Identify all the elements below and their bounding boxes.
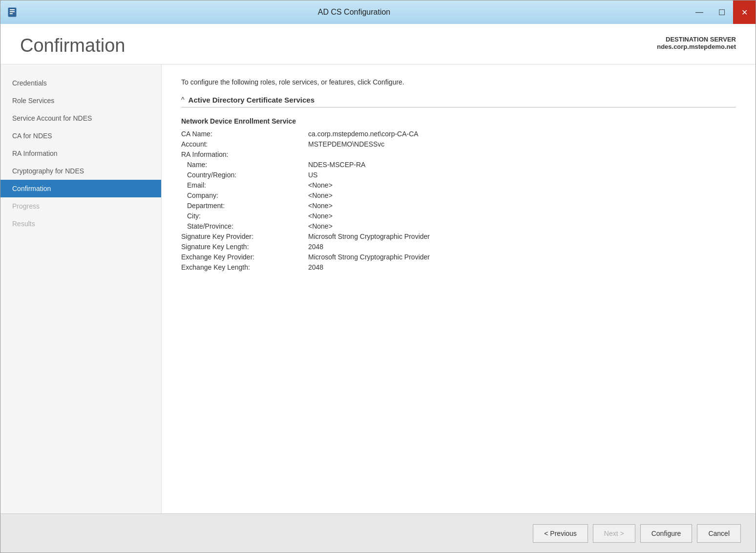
minimize-button[interactable]: — [688, 0, 711, 24]
content-panel: To configure the following roles, role s… [162, 64, 756, 513]
label-country: Country/Region: [181, 171, 308, 179]
section-header: ^ Active Directory Certificate Services [181, 96, 736, 104]
value-exch-key-length: 2048 [308, 263, 323, 271]
main-area: Confirmation DESTINATION SERVER ndes.cor… [0, 24, 756, 553]
info-row-ra-label: RA Information: [181, 150, 736, 158]
info-row-exch-key-provider: Exchange Key Provider: Microsoft Strong … [181, 253, 736, 261]
svg-rect-3 [10, 13, 13, 14]
previous-button[interactable]: < Previous [533, 524, 588, 543]
value-city: <None> [308, 212, 333, 220]
label-exch-key-length: Exchange Key Length: [181, 263, 308, 271]
label-department: Department: [181, 202, 308, 210]
destination-value: ndes.corp.mstepdemo.net [657, 43, 736, 50]
label-ca-name: CA Name: [181, 130, 308, 138]
info-row-email: Email: <None> [181, 181, 736, 189]
svg-rect-2 [10, 11, 15, 12]
info-row-city: City: <None> [181, 212, 736, 220]
sidebar-item-results: Results [0, 215, 161, 233]
titlebar: AD CS Configuration — ☐ ✕ [0, 0, 756, 24]
label-exch-key-provider: Exchange Key Provider: [181, 253, 308, 261]
destination-server-block: DESTINATION SERVER ndes.corp.mstepdemo.n… [657, 36, 736, 50]
sidebar-item-cryptography[interactable]: Cryptography for NDES [0, 162, 161, 180]
value-ca-name: ca.corp.mstepdemo.net\corp-CA-CA [308, 130, 419, 138]
value-email: <None> [308, 181, 333, 189]
value-state: <None> [308, 222, 333, 230]
sidebar: Credentials Role Services Service Accoun… [0, 64, 162, 513]
close-button[interactable]: ✕ [733, 0, 756, 24]
info-row-state: State/Province: <None> [181, 222, 736, 230]
sidebar-item-confirmation[interactable]: Confirmation [0, 180, 161, 197]
sidebar-item-ca-for-ndes[interactable]: CA for NDES [0, 127, 161, 145]
sidebar-item-service-account[interactable]: Service Account for NDES [0, 109, 161, 127]
sidebar-item-credentials[interactable]: Credentials [0, 74, 161, 92]
info-row-sig-key-provider: Signature Key Provider: Microsoft Strong… [181, 233, 736, 240]
value-country: US [308, 171, 317, 179]
info-row-ca-name: CA Name: ca.corp.mstepdemo.net\corp-CA-C… [181, 130, 736, 138]
value-sig-key-length: 2048 [308, 243, 323, 251]
label-account: Account: [181, 140, 308, 148]
value-exch-key-provider: Microsoft Strong Cryptographic Provider [308, 253, 430, 261]
window-controls: — ☐ ✕ [688, 0, 756, 24]
info-row-account: Account: MSTEPDEMO\NDESSvc [181, 140, 736, 148]
sidebar-item-progress: Progress [0, 197, 161, 215]
maximize-button[interactable]: ☐ [711, 0, 733, 24]
content-layout: Credentials Role Services Service Accoun… [0, 64, 756, 513]
section-divider [181, 107, 736, 107]
value-department: <None> [308, 202, 333, 210]
sidebar-item-ra-information[interactable]: RA Information [0, 145, 161, 162]
label-sig-key-length: Signature Key Length: [181, 243, 308, 251]
info-row-company: Company: <None> [181, 191, 736, 199]
info-row-country: Country/Region: US [181, 171, 736, 179]
app-icon [6, 5, 20, 19]
next-button[interactable]: Next > [593, 524, 635, 543]
label-sig-key-provider: Signature Key Provider: [181, 233, 308, 240]
section-title: Active Directory Certificate Services [189, 96, 315, 104]
info-row-department: Department: <None> [181, 202, 736, 210]
main-window: AD CS Configuration — ☐ ✕ Confirmation D… [0, 0, 756, 553]
service-name: Network Device Enrollment Service [181, 117, 736, 125]
sidebar-item-role-services[interactable]: Role Services [0, 92, 161, 109]
label-company: Company: [181, 191, 308, 199]
info-row-exch-key-length: Exchange Key Length: 2048 [181, 263, 736, 271]
label-email: Email: [181, 181, 308, 189]
destination-label: DESTINATION SERVER [657, 36, 736, 43]
svg-rect-1 [10, 9, 15, 10]
intro-text: To configure the following roles, role s… [181, 78, 736, 86]
value-sig-key-provider: Microsoft Strong Cryptographic Provider [308, 233, 430, 240]
section-toggle-icon[interactable]: ^ [181, 96, 185, 104]
footer: < Previous Next > Configure Cancel [0, 513, 756, 553]
label-ra-name: Name: [181, 161, 308, 169]
service-block: Network Device Enrollment Service CA Nam… [181, 117, 736, 271]
cancel-button[interactable]: Cancel [697, 524, 741, 543]
top-header: Confirmation DESTINATION SERVER ndes.cor… [0, 24, 756, 64]
page-title: Confirmation [20, 36, 125, 56]
label-state: State/Province: [181, 222, 308, 230]
configure-button[interactable]: Configure [640, 524, 693, 543]
label-ra-information: RA Information: [181, 150, 308, 158]
info-row-name: Name: NDES-MSCEP-RA [181, 161, 736, 169]
value-account: MSTEPDEMO\NDESSvc [308, 140, 384, 148]
info-row-sig-key-length: Signature Key Length: 2048 [181, 243, 736, 251]
window-title: AD CS Configuration [20, 8, 688, 17]
value-ra-name: NDES-MSCEP-RA [308, 161, 365, 169]
label-city: City: [181, 212, 308, 220]
value-company: <None> [308, 191, 333, 199]
